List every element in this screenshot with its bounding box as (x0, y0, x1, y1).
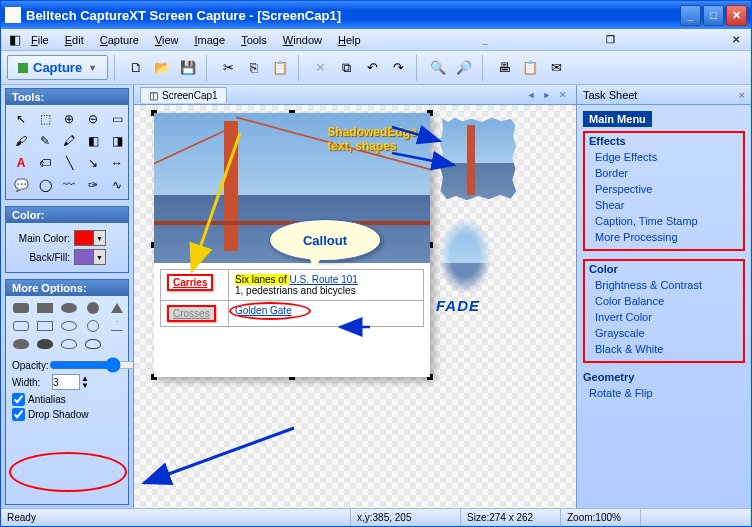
link-invert[interactable]: Invert Color (589, 309, 739, 325)
doc-close-button[interactable]: ✕ (729, 33, 743, 47)
brush-tool[interactable]: 🖌 (10, 131, 32, 151)
pen-tool[interactable]: ✑ (82, 175, 104, 195)
menu-file[interactable]: File (23, 32, 57, 48)
pencil-tool[interactable]: ✎ (34, 131, 56, 151)
close-button[interactable]: ✕ (726, 5, 747, 26)
open-button[interactable]: 📂 (150, 56, 174, 80)
fade-label: FADE (436, 297, 480, 314)
print-button[interactable]: 🖶 (492, 56, 516, 80)
paste-button[interactable]: 📋 (268, 56, 292, 80)
doc-restore-button[interactable]: ❐ (604, 33, 618, 47)
curve-tool[interactable]: 〰 (58, 175, 80, 195)
link-grayscale[interactable]: Grayscale (589, 325, 739, 341)
menu-window[interactable]: Window (275, 32, 330, 48)
shape-cloud-fill[interactable] (10, 336, 32, 352)
shape-triangle[interactable] (106, 318, 128, 334)
shape-rect-fill[interactable] (34, 300, 56, 316)
info-table: Carries Six lanes of U.S. Route 1011, pe… (160, 269, 424, 327)
link-edge-effects[interactable]: Edge Effects (589, 149, 739, 165)
tools-panel-title: Tools: (6, 89, 128, 105)
zoom-out-tool[interactable]: ⊖ (82, 109, 104, 129)
tab-close-icon[interactable]: ✕ (556, 88, 570, 102)
link-rotate-flip[interactable]: Rotate & Flip (583, 385, 745, 401)
menu-tools[interactable]: Tools (233, 32, 275, 48)
dropshadow-checkbox[interactable] (12, 408, 25, 421)
shape-cloud2-fill[interactable] (34, 336, 56, 352)
delete-button[interactable]: ✕ (308, 56, 332, 80)
tab-next-icon[interactable]: ► (540, 88, 554, 102)
eraser-tool[interactable]: ◧ (82, 131, 104, 151)
system-menu-icon[interactable]: ◧ (7, 32, 23, 48)
capture-button-label: Capture (33, 60, 82, 75)
arrow-tool[interactable]: ↘ (82, 153, 104, 173)
pointer-tool[interactable]: ↖ (10, 109, 32, 129)
callout-tool[interactable]: 💬 (10, 175, 32, 195)
shape-circle[interactable] (82, 318, 104, 334)
redo-button[interactable]: ↷ (386, 56, 410, 80)
shape-rounded-rect-fill[interactable] (10, 300, 32, 316)
link-brightness[interactable]: Brightness & Contrast (589, 277, 739, 293)
link-caption[interactable]: Caption, Time Stamp (589, 213, 739, 229)
shape-rect[interactable] (34, 318, 56, 334)
line-tool[interactable]: ╲ (58, 153, 80, 173)
maximize-button[interactable]: □ (703, 5, 724, 26)
highlighter-tool[interactable]: 🖍 (58, 131, 80, 151)
text-tool[interactable]: A (10, 153, 32, 173)
zoom-out-button[interactable]: 🔎 (452, 56, 476, 80)
undo-button[interactable]: ↶ (360, 56, 384, 80)
marquee-tool[interactable]: ▭ (106, 109, 128, 129)
title-bar: Belltech CaptureXT Screen Capture - [Scr… (1, 1, 751, 29)
stamp-tool[interactable]: 🏷 (34, 153, 56, 173)
clipboard-button[interactable]: 📋 (518, 56, 542, 80)
shape-ellipse[interactable] (58, 318, 80, 334)
shape-rounded-rect[interactable] (10, 318, 32, 334)
double-arrow-tool[interactable]: ↔ (106, 153, 128, 173)
main-color-dropdown[interactable]: ▼ (94, 230, 106, 246)
shape-triangle-fill[interactable] (106, 300, 128, 316)
width-input[interactable] (52, 374, 80, 390)
zoom-in-tool[interactable]: ⊕ (58, 109, 80, 129)
shape-cloud2[interactable] (82, 336, 104, 352)
backfill-swatch[interactable] (74, 249, 94, 265)
menu-view[interactable]: View (147, 32, 187, 48)
link-more-processing[interactable]: More Processing (589, 229, 739, 245)
tab-prev-icon[interactable]: ◄ (524, 88, 538, 102)
copy-button[interactable]: ⎘ (242, 56, 266, 80)
zoom-in-button[interactable]: 🔍 (426, 56, 450, 80)
canvas[interactable]: ShadowedEdge, text, shapes Callout Carri… (134, 105, 576, 508)
crop-button[interactable]: ⧉ (334, 56, 358, 80)
shape-cloud[interactable] (58, 336, 80, 352)
menu-help[interactable]: Help (330, 32, 369, 48)
link-perspective[interactable]: Perspective (589, 181, 739, 197)
save-button[interactable]: 💾 (176, 56, 200, 80)
new-button[interactable]: 🗋 (124, 56, 148, 80)
capture-button[interactable]: Capture ▼ (7, 55, 108, 80)
document-tab[interactable]: ◫ ScreenCap1 (140, 87, 227, 103)
selection-frame[interactable]: ShadowedEdge, text, shapes Callout Carri… (154, 113, 430, 377)
task-sheet-close[interactable]: × (739, 89, 745, 101)
width-spinner[interactable]: ▲▼ (81, 375, 89, 389)
eraser2-tool[interactable]: ◨ (106, 131, 128, 151)
cut-button[interactable]: ✂ (216, 56, 240, 80)
opacity-slider[interactable] (49, 358, 134, 372)
menu-capture[interactable]: Capture (92, 32, 147, 48)
doc-minimize-button[interactable]: _ (478, 33, 492, 47)
link-border[interactable]: Border (589, 165, 739, 181)
backfill-label: Back/Fill: (10, 252, 70, 263)
menu-image[interactable]: Image (187, 32, 234, 48)
email-button[interactable]: ✉ (544, 56, 568, 80)
shape-circle-fill[interactable] (82, 300, 104, 316)
link-color-balance[interactable]: Color Balance (589, 293, 739, 309)
ellipse-tool[interactable]: ◯ (34, 175, 56, 195)
minimize-button[interactable]: _ (680, 5, 701, 26)
link-shear[interactable]: Shear (589, 197, 739, 213)
shape-ellipse-fill[interactable] (58, 300, 80, 316)
backfill-dropdown[interactable]: ▼ (94, 249, 106, 265)
freehand-tool[interactable]: ∿ (106, 175, 128, 195)
editor-area: ◫ ScreenCap1 ◄ ► ✕ (134, 85, 576, 508)
link-bw[interactable]: Black & White (589, 341, 739, 357)
menu-edit[interactable]: Edit (57, 32, 92, 48)
antialias-checkbox[interactable] (12, 393, 25, 406)
main-color-swatch[interactable] (74, 230, 94, 246)
select-tool[interactable]: ⬚ (34, 109, 56, 129)
